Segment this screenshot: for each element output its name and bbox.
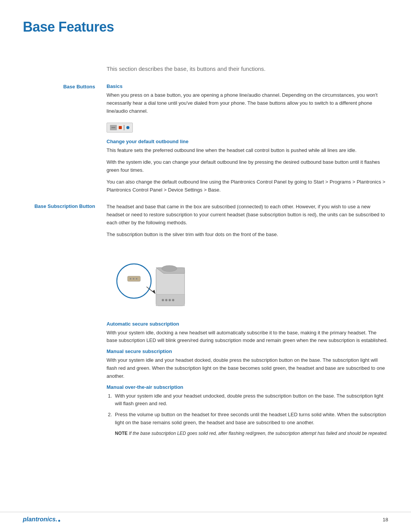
manual-over-air-list: With your system idle and your headset u… bbox=[113, 392, 388, 437]
svg-point-13 bbox=[133, 278, 134, 280]
manual-subscription-para-1: With your system idle and your headset d… bbox=[107, 356, 388, 380]
list-item-1: With your system idle and your headset u… bbox=[113, 392, 388, 408]
basics-title: Basics bbox=[107, 83, 388, 89]
note-content: If the base subscription LED goes solid … bbox=[129, 431, 388, 436]
manual-subscription-title: Manual secure subscription bbox=[107, 348, 388, 354]
manual-over-air-subsection: Manual over-the-air subscription With yo… bbox=[107, 384, 388, 437]
svg-point-5 bbox=[162, 265, 177, 272]
subscription-intro-para-2: The subscription button is the silver tr… bbox=[107, 231, 388, 239]
page-container: Base Features This section describes the… bbox=[0, 0, 411, 532]
logo-dot bbox=[58, 520, 60, 522]
base-buttons-section: Base Buttons Basics When you press on a … bbox=[23, 83, 388, 198]
page-footer: plantronics. 18 bbox=[0, 512, 411, 523]
auto-subscription-subsection: Automatic secure subscription With your … bbox=[107, 321, 388, 345]
subscription-intro-para-1: The headset and base that came in the bo… bbox=[107, 203, 388, 227]
base-indicator-blue bbox=[126, 126, 129, 129]
page-title: Base Features bbox=[23, 19, 388, 35]
change-outbound-title: Change your default outbound line bbox=[107, 139, 388, 144]
svg-point-10 bbox=[172, 299, 174, 301]
manual-subscription-subsection: Manual secure subscription With your sys… bbox=[107, 348, 388, 380]
change-outbound-subsection: Change your default outbound line This f… bbox=[107, 139, 388, 194]
base-buttons-image bbox=[107, 123, 133, 133]
note-text: NOTE If the base subscription LED goes s… bbox=[115, 430, 388, 437]
base-divider bbox=[124, 125, 124, 130]
svg-point-8 bbox=[165, 299, 167, 301]
subscription-svg bbox=[107, 245, 190, 313]
change-outbound-para-1: This feature sets the preferred outbound… bbox=[107, 147, 388, 155]
base-subscription-label: Base Subscription Button bbox=[23, 203, 107, 439]
content-area: Base Buttons Basics When you press on a … bbox=[23, 83, 388, 445]
footer-logo: plantronics. bbox=[23, 516, 60, 523]
base-buttons-label: Base Buttons bbox=[23, 83, 107, 198]
section-intro: This section describes the base, its but… bbox=[107, 66, 388, 72]
list-item-2-text: Press the volume up button on the headse… bbox=[115, 412, 386, 425]
list-item-2: Press the volume up button on the headse… bbox=[113, 411, 388, 437]
auto-subscription-title: Automatic secure subscription bbox=[107, 321, 388, 327]
base-subscription-section: Base Subscription Button The headset and… bbox=[23, 203, 388, 439]
svg-point-12 bbox=[130, 278, 131, 280]
change-outbound-para-2: With the system idle, you can change you… bbox=[107, 158, 388, 174]
basics-subsection: Basics When you press on a base button, … bbox=[107, 83, 388, 139]
base-indicator-red bbox=[119, 126, 122, 129]
manual-over-air-title: Manual over-the-air subscription bbox=[107, 384, 388, 390]
note-label: NOTE bbox=[115, 431, 127, 436]
auto-subscription-para-1: With your system idle, docking a new hea… bbox=[107, 329, 388, 345]
svg-point-7 bbox=[162, 299, 164, 301]
base-buttons-content: Basics When you press on a base button, … bbox=[107, 83, 388, 198]
svg-point-9 bbox=[169, 299, 171, 301]
page-number: 18 bbox=[383, 517, 388, 522]
change-outbound-para-3: You can also change the default outbound… bbox=[107, 178, 388, 194]
base-btn-1 bbox=[110, 125, 117, 130]
base-subscription-content: The headset and base that came in the bo… bbox=[107, 203, 388, 439]
basics-para-1: When you press on a base button, you are… bbox=[107, 91, 388, 115]
subscription-button-image bbox=[107, 245, 190, 313]
logo-text: plantronics. bbox=[23, 516, 57, 523]
svg-point-14 bbox=[136, 278, 137, 280]
